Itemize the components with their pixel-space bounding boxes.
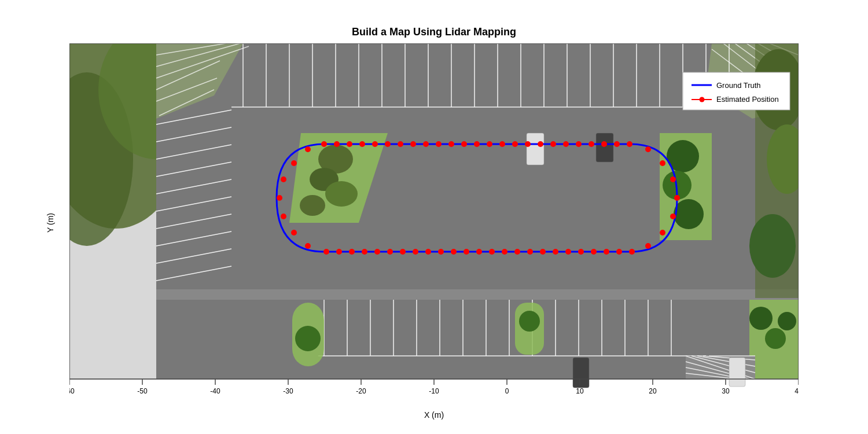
svg-text:0: 0 [505, 387, 509, 395]
svg-point-88 [778, 312, 796, 330]
svg-point-191 [527, 249, 533, 255]
svg-point-161 [448, 141, 454, 147]
svg-text:30: 30 [722, 387, 730, 395]
svg-point-187 [578, 249, 584, 255]
svg-point-155 [372, 141, 378, 147]
svg-point-154 [359, 141, 365, 147]
svg-point-206 [336, 249, 342, 255]
svg-point-182 [645, 243, 651, 249]
svg-point-188 [565, 249, 571, 255]
svg-text:-60: -60 [69, 387, 75, 395]
svg-point-168 [538, 141, 543, 147]
svg-point-211 [277, 195, 282, 201]
svg-point-196 [464, 249, 469, 255]
svg-point-152 [334, 141, 340, 147]
svg-point-165 [499, 141, 505, 147]
svg-point-156 [385, 141, 391, 147]
chart-wrap: Build a Map Using Lidar Mapping Y (m) X … [35, 26, 833, 420]
svg-point-172 [589, 141, 594, 147]
svg-point-198 [438, 249, 444, 255]
svg-point-190 [540, 249, 546, 255]
svg-rect-104 [573, 358, 589, 388]
svg-point-86 [749, 307, 773, 330]
svg-text:-40: -40 [210, 387, 220, 395]
svg-point-201 [400, 249, 406, 255]
svg-text:20: 20 [649, 387, 657, 395]
svg-point-61 [674, 199, 704, 229]
svg-point-163 [474, 141, 480, 147]
svg-point-202 [387, 249, 393, 255]
svg-rect-215 [683, 72, 790, 110]
svg-point-167 [525, 141, 531, 147]
svg-text:10: 10 [576, 387, 584, 395]
svg-point-207 [323, 249, 329, 255]
svg-point-158 [410, 141, 416, 147]
chart-title: Build a Map Using Lidar Mapping [35, 26, 833, 38]
svg-rect-102 [527, 133, 544, 165]
svg-point-210 [281, 214, 286, 219]
svg-point-166 [512, 141, 518, 147]
svg-text:Ground Truth: Ground Truth [716, 81, 761, 90]
svg-point-160 [436, 141, 442, 147]
svg-point-192 [514, 249, 520, 255]
svg-point-181 [660, 230, 665, 236]
svg-point-180 [670, 214, 676, 219]
svg-point-219 [700, 97, 705, 102]
svg-point-193 [502, 249, 507, 255]
svg-point-209 [291, 230, 297, 236]
svg-point-178 [670, 176, 676, 182]
svg-point-57 [300, 195, 325, 216]
svg-point-214 [305, 146, 311, 152]
svg-point-177 [660, 160, 665, 166]
svg-point-162 [461, 141, 467, 147]
svg-point-197 [451, 249, 457, 255]
svg-point-169 [550, 141, 556, 147]
svg-point-213 [291, 160, 297, 166]
svg-point-164 [487, 141, 492, 147]
svg-text:-30: -30 [283, 387, 293, 395]
y-axis-label: Y (m) [46, 213, 55, 233]
svg-point-185 [604, 249, 609, 255]
svg-point-205 [349, 249, 355, 255]
svg-point-56 [325, 181, 358, 207]
x-axis-label: X (m) [35, 410, 833, 420]
svg-point-212 [281, 176, 286, 182]
svg-point-159 [423, 141, 429, 147]
svg-text:Estimated Position: Estimated Position [716, 95, 779, 104]
svg-point-157 [398, 141, 403, 147]
svg-text:-10: -10 [429, 387, 439, 395]
svg-point-184 [616, 249, 622, 255]
svg-point-204 [362, 249, 367, 255]
svg-point-87 [765, 328, 786, 349]
svg-point-199 [425, 249, 431, 255]
svg-point-171 [576, 141, 582, 147]
svg-point-203 [374, 249, 380, 255]
svg-rect-62 [156, 289, 799, 300]
svg-point-179 [674, 195, 680, 201]
svg-point-183 [629, 249, 635, 255]
chart-container: Build a Map Using Lidar Mapping Y (m) X … [0, 0, 868, 434]
svg-point-176 [645, 146, 651, 152]
svg-point-173 [601, 141, 607, 147]
svg-point-84 [519, 311, 540, 332]
svg-point-174 [614, 141, 620, 147]
svg-point-208 [305, 243, 311, 249]
svg-rect-105 [729, 358, 745, 387]
svg-text:40: 40 [795, 387, 799, 395]
svg-text:-50: -50 [137, 387, 148, 395]
svg-point-82 [295, 326, 321, 351]
svg-point-175 [627, 141, 632, 147]
svg-point-101 [749, 214, 796, 278]
svg-point-189 [553, 249, 558, 255]
svg-text:-20: -20 [356, 387, 366, 395]
svg-point-195 [476, 249, 482, 255]
svg-point-200 [413, 249, 418, 255]
svg-point-194 [489, 249, 495, 255]
svg-point-170 [563, 141, 569, 147]
svg-point-151 [321, 141, 327, 147]
plot-area: -60 -50 -40 -30 -20 -10 0 [69, 43, 799, 396]
svg-point-153 [347, 141, 352, 147]
svg-point-186 [591, 249, 597, 255]
svg-rect-103 [596, 133, 613, 162]
